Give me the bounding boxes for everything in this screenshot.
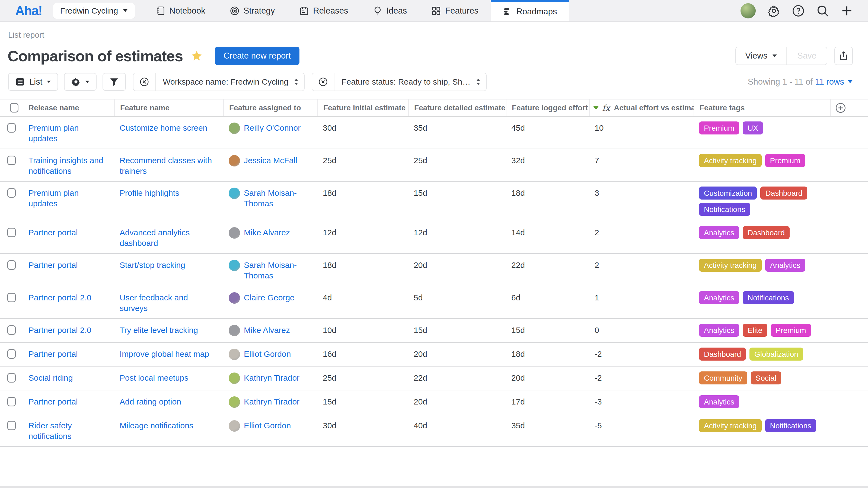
- feature-link[interactable]: Try elite level tracking: [120, 326, 198, 334]
- initial-estimate-value: 10d: [317, 319, 408, 340]
- column-header-feature-initial-estimate[interactable]: Feature initial estimate: [317, 99, 408, 116]
- views-button[interactable]: Views: [736, 47, 787, 65]
- assignee-link[interactable]: Jessica McFall: [244, 155, 297, 166]
- release-link[interactable]: Partner portal: [29, 228, 78, 237]
- nav-item-features[interactable]: Features: [419, 0, 490, 22]
- logged-estimate-value: 17d: [506, 390, 589, 412]
- feature-link[interactable]: Profile highlights: [120, 188, 179, 197]
- nav-item-strategy[interactable]: Strategy: [218, 0, 287, 22]
- row-checkbox[interactable]: [7, 349, 16, 359]
- remove-filter-icon[interactable]: [312, 73, 335, 91]
- row-checkbox[interactable]: [7, 188, 16, 198]
- assignee-link[interactable]: Elliot Gordon: [244, 420, 291, 431]
- save-button[interactable]: Save: [787, 47, 827, 65]
- row-checkbox[interactable]: [7, 260, 16, 270]
- feature-link[interactable]: Improve global heat map: [120, 350, 209, 358]
- favorite-star-icon[interactable]: [190, 50, 203, 62]
- feature-link[interactable]: Recommend classes with trainers: [120, 156, 212, 175]
- row-checkbox[interactable]: [7, 228, 16, 237]
- add-icon[interactable]: [841, 5, 853, 17]
- filter-button[interactable]: [102, 73, 126, 91]
- assignee-cell: Kathryn Tirador: [223, 366, 317, 389]
- feature-link[interactable]: Advanced analytics dashboard: [120, 228, 190, 248]
- tag-badge: Activity tracking: [699, 259, 762, 272]
- release-link[interactable]: Partner portal: [29, 397, 78, 406]
- release-name-cell: Training insights and notifications: [23, 149, 114, 181]
- feature-link[interactable]: Customize home screen: [120, 123, 207, 132]
- assignee-cell: Mike Alvarez: [223, 221, 317, 243]
- release-link[interactable]: Premium plan updates: [29, 188, 79, 208]
- release-link[interactable]: Partner portal 2.0: [29, 326, 91, 334]
- assignee-link[interactable]: Mike Alvarez: [244, 227, 290, 238]
- row-checkbox[interactable]: [7, 156, 16, 165]
- row-checkbox[interactable]: [7, 293, 16, 302]
- assignee-link[interactable]: Mike Alvarez: [244, 325, 290, 335]
- row-checkbox[interactable]: [7, 325, 16, 335]
- release-link[interactable]: Partner portal: [29, 350, 78, 358]
- customize-columns-button[interactable]: [64, 73, 97, 91]
- feature-link[interactable]: Post local meetups: [120, 373, 188, 382]
- column-header-feature-logged-effort[interactable]: Feature logged effort: [506, 99, 589, 116]
- column-header-feature-tags[interactable]: Feature tags: [693, 99, 830, 116]
- rows-count-link[interactable]: 11 rows: [815, 77, 853, 87]
- aha-logo[interactable]: Aha!: [15, 3, 42, 18]
- nav-item-notebook[interactable]: Notebook: [143, 0, 218, 22]
- column-header-actual-effort-vs-estimate[interactable]: fx Actual effort vs estimate: [589, 99, 693, 116]
- share-icon: [838, 51, 849, 61]
- add-column-button[interactable]: [830, 99, 850, 116]
- workspace-selector[interactable]: Fredwin Cycling: [53, 3, 135, 19]
- row-checkbox[interactable]: [7, 397, 16, 406]
- assignee-link[interactable]: Kathryn Tirador: [244, 372, 300, 383]
- settings-gear-icon[interactable]: [768, 5, 780, 17]
- assignee-link[interactable]: Sarah Moisan-Thomas: [244, 260, 312, 281]
- row-checkbox[interactable]: [7, 421, 16, 430]
- assignee-avatar: [229, 349, 240, 360]
- logged-estimate-value: 18d: [506, 182, 589, 203]
- share-button[interactable]: [834, 46, 853, 65]
- view-type-list-button[interactable]: List: [8, 73, 58, 91]
- feature-link[interactable]: Add rating option: [120, 397, 181, 406]
- feature-link[interactable]: Start/stop tracking: [120, 261, 185, 269]
- column-header-feature-name[interactable]: Feature name: [114, 99, 223, 116]
- assignee-cell: Elliot Gordon: [223, 343, 317, 365]
- column-header-release-name[interactable]: Release name: [23, 99, 114, 116]
- column-header-feature-assigned-to[interactable]: Feature assigned to: [223, 99, 317, 116]
- nav-item-ideas[interactable]: Ideas: [361, 0, 420, 22]
- release-link[interactable]: Rider safety notifications: [29, 421, 72, 441]
- release-link[interactable]: Social riding: [29, 373, 73, 382]
- nav-item-roadmaps[interactable]: Roadmaps: [491, 0, 569, 22]
- feature-link[interactable]: User feedback and surveys: [120, 293, 188, 313]
- release-link[interactable]: Training insights and notifications: [29, 156, 103, 175]
- release-link[interactable]: Partner portal: [29, 261, 78, 269]
- select-all-checkbox[interactable]: [10, 103, 19, 112]
- release-link[interactable]: Partner portal 2.0: [29, 293, 91, 302]
- filter-updown-icon[interactable]: [474, 78, 486, 86]
- horizontal-scrollbar[interactable]: [0, 486, 868, 488]
- remove-filter-icon[interactable]: [133, 73, 156, 91]
- assignee-avatar: [229, 325, 240, 336]
- assignee-link[interactable]: Reilly O'Connor: [244, 123, 301, 133]
- release-name-cell: Partner portal: [23, 343, 114, 364]
- release-link[interactable]: Premium plan updates: [29, 123, 79, 143]
- assignee-link[interactable]: Sarah Moisan-Thomas: [244, 188, 312, 209]
- feature-tags-cell: CommunitySocial: [693, 366, 830, 389]
- row-checkbox[interactable]: [7, 123, 16, 133]
- table-row: Partner portalImprove global heat mapEll…: [0, 343, 868, 366]
- calendar-icon: [299, 6, 309, 16]
- help-icon[interactable]: [792, 5, 805, 17]
- row-checkbox[interactable]: [7, 373, 16, 383]
- column-header-feature-detailed-estimate[interactable]: Feature detailed estimate: [408, 99, 506, 116]
- filter-chip-feature-status[interactable]: Feature status: Ready to ship, Sh…: [312, 73, 487, 91]
- filter-updown-icon[interactable]: [291, 78, 304, 86]
- user-avatar[interactable]: [741, 3, 756, 19]
- assignee-link[interactable]: Elliot Gordon: [244, 349, 291, 359]
- search-icon[interactable]: [816, 5, 829, 17]
- feature-link[interactable]: Mileage notifications: [120, 421, 193, 430]
- feature-name-cell: Add rating option: [114, 390, 223, 412]
- create-new-report-button[interactable]: Create new report: [215, 46, 300, 65]
- nav-item-releases[interactable]: Releases: [287, 0, 360, 22]
- assignee-link[interactable]: Kathryn Tirador: [244, 396, 300, 407]
- filter-chip-workspace[interactable]: Workspace name: Fredwin Cycling: [133, 73, 305, 91]
- feature-name-cell: Mileage notifications: [114, 414, 223, 436]
- assignee-link[interactable]: Claire George: [244, 292, 294, 303]
